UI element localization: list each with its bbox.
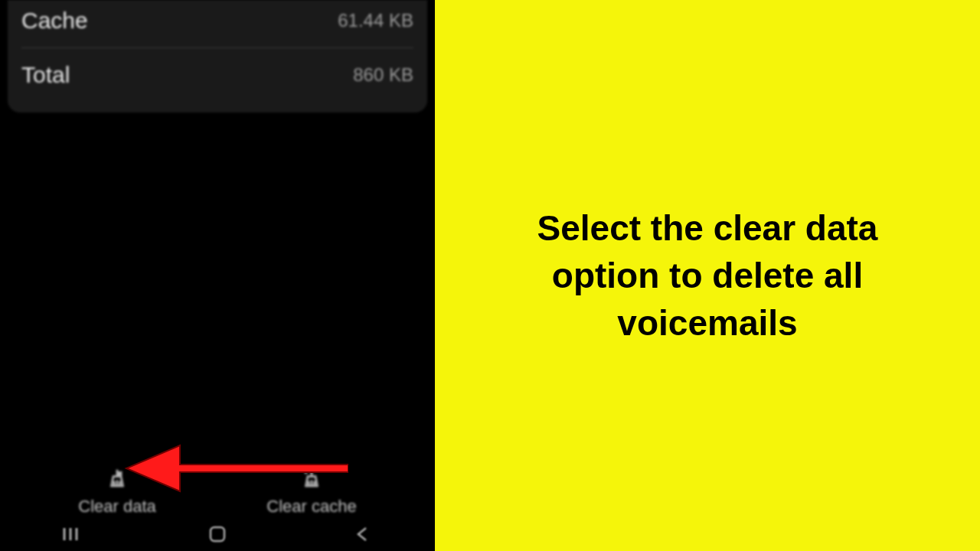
total-label: Total: [21, 62, 70, 88]
total-value: 860 KB: [353, 64, 413, 86]
clear-cache-label: Clear cache: [266, 497, 356, 517]
svg-rect-1: [211, 527, 224, 541]
back-nav-icon[interactable]: [345, 523, 379, 545]
android-nav-bar: [0, 517, 435, 551]
cache-label: Cache: [21, 8, 88, 34]
storage-card: Cache 61.44 KB Total 860 KB: [8, 0, 427, 112]
cache-row[interactable]: Cache 61.44 KB: [21, 0, 413, 47]
instruction-text: Select the clear data option to delete a…: [481, 204, 934, 347]
recents-nav-icon[interactable]: [56, 523, 90, 545]
phone-screenshot: Cache 61.44 KB Total 860 KB Clear data: [0, 0, 435, 551]
instruction-panel: Select the clear data option to delete a…: [435, 0, 980, 551]
home-nav-icon[interactable]: [201, 523, 234, 545]
cache-value: 61.44 KB: [338, 10, 413, 31]
total-row: Total 860 KB: [21, 48, 413, 102]
clear-data-label: Clear data: [78, 497, 156, 517]
annotation-arrow: [119, 438, 348, 499]
